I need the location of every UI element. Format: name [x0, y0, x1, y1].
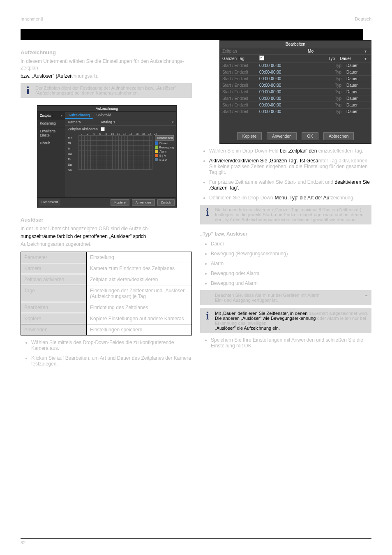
- aufz-side-urlaub[interactable]: Urlaub: [37, 139, 65, 147]
- info-box-3: Beachten Sie, dass Alarm nur bei Geräten…: [200, 290, 371, 305]
- bp-time-row: Start / Endzeit00:00-00:00TypDauer: [220, 76, 371, 82]
- bp-kopiere-button[interactable]: Kopiere: [237, 132, 262, 140]
- bp-time-value[interactable]: 00:00-00:00: [257, 90, 335, 94]
- bp-typ-value-top[interactable]: Dauer: [340, 56, 364, 61]
- right-bullet-4: Definieren Sie im Drop-Down-Menü ‚Typ' d…: [209, 195, 371, 201]
- heading-aufzeichnung: Aufzeichnung: [21, 49, 192, 56]
- chevron-down-icon[interactable]: ▾: [364, 56, 371, 61]
- bp-typ-label: Typ: [335, 63, 346, 68]
- typ-item: Alarm: [211, 261, 371, 266]
- gloss-key: Bearbeiten: [21, 302, 87, 313]
- bp-startend-label: Start / Endzeit: [220, 90, 257, 94]
- chevron-down-icon[interactable]: ▾: [364, 49, 371, 53]
- bp-anwenden-button[interactable]: Anwenden: [267, 132, 297, 140]
- bp-time-row: Start / Endzeit00:00-00:00TypDauer: [220, 82, 371, 89]
- bp-typ-value[interactable]: Dauer: [346, 83, 371, 88]
- aufz-tab-aufzeichnung[interactable]: Aufzeichnung: [65, 112, 93, 119]
- colorline-dark: nungszeiträume farblich der getroffenen …: [21, 234, 146, 239]
- black-band-left: [21, 29, 192, 40]
- aufz-zuruck-button[interactable]: Zurück: [157, 199, 175, 206]
- bp-ok-button[interactable]: OK: [302, 132, 318, 140]
- bp-zeitplan-label: Zeitplan: [220, 49, 257, 53]
- bp-startend-label: Start / Endzeit: [220, 63, 257, 68]
- bp-time-row: Start / Endzeit00:00-00:00TypDauer: [220, 89, 371, 95]
- bearbeiten-panel: Bearbeiten Zeitplan Mo ▾ Ganzen Tag Typ …: [219, 40, 371, 144]
- right-bullet-2: Aktivieren/deaktivieren Sie ‚Ganzen Tag'…: [209, 158, 371, 175]
- bp-time-value[interactable]: 00:00-00:00: [257, 70, 335, 74]
- bp-abbrechen-button[interactable]: Abbrechen: [323, 132, 354, 140]
- bp-time-row: Start / Endzeit00:00-00:00TypDauer: [220, 95, 371, 102]
- bp-typ-label: Typ: [335, 109, 346, 114]
- aufz-sidebar: Zeitplan▸ Kodierung Erweiterte Einste...…: [37, 112, 65, 197]
- bp-time-row: Start / Endzeit00:00-00:00TypDauer: [220, 69, 371, 76]
- bp-time-value[interactable]: 00:00-00:00: [257, 83, 335, 88]
- gloss-key: Anwenden: [21, 324, 87, 335]
- bp-startend-label: Start / Endzeit: [220, 83, 257, 88]
- bp-typ-label: Typ: [335, 90, 346, 94]
- glossary-table: ParameterEinstellungKameraKamera zum Ein…: [21, 252, 192, 335]
- bp-typ-value[interactable]: Dauer: [346, 90, 371, 94]
- bp-typ-value[interactable]: Dauer: [346, 63, 371, 68]
- trigger-text-dark: bzw. „Auslöser" (Aufzei: [21, 73, 71, 79]
- left-bullet: Klicken Sie auf Bearbeiten, um Art und D…: [31, 355, 192, 367]
- left-bullet: Wählen Sie mittels des Drop-Down-Feldes …: [31, 340, 192, 351]
- bp-typ-label: Typ: [335, 96, 346, 101]
- bp-typ-label: Typ: [335, 70, 346, 74]
- aufz-anwenden-button[interactable]: Anwenden: [132, 199, 155, 206]
- bp-typ-label: Typ: [335, 103, 346, 107]
- aufz-side-zeitplan[interactable]: Zeitplan▸: [37, 112, 65, 120]
- aufz-side-kodierung[interactable]: Kodierung: [37, 120, 65, 127]
- aufz-side-erweitert[interactable]: Erweiterte Einste...: [37, 127, 65, 139]
- aufzeichnung-panel: Aufzeichnung Zeitplan▸ Kodierung Erweite…: [37, 105, 177, 208]
- gloss-val: Einstellung: [87, 252, 192, 263]
- info-icon: i: [200, 205, 215, 224]
- bp-weekday[interactable]: Mo: [257, 49, 364, 53]
- aufz-edit-button[interactable]: Bearbeiten: [155, 135, 174, 141]
- bp-typ-value[interactable]: Dauer: [346, 109, 371, 114]
- dash-dark: –: [365, 293, 367, 298]
- colorline-after: Aufzeichnungsarten zugeordnet.: [21, 241, 192, 247]
- info-icon: i: [21, 83, 35, 98]
- black-band-right: [192, 29, 363, 40]
- gloss-val: Kopiere Einstellungen auf andere Kameras: [87, 313, 192, 324]
- bp-time-value[interactable]: 00:00-00:00: [257, 109, 335, 114]
- chevron-down-icon[interactable]: ▾: [172, 120, 174, 124]
- left-bullets: Wählen Sie mittels des Drop-Down-Feldes …: [21, 340, 192, 367]
- trigger-text-faint: chnungsart).: [71, 73, 99, 79]
- aufz-kamera-value[interactable]: Analog 1: [101, 120, 172, 124]
- typ-item: Bewegung oder Alarm: [211, 271, 371, 276]
- bp-time-row: Start / Endzeit00:00-00:00TypDauer: [220, 62, 371, 69]
- gloss-val: Kamera zum Einrichten des Zeitplanes: [87, 263, 192, 274]
- bp-time-value[interactable]: 00:00-00:00: [257, 63, 335, 68]
- bp-typ-value[interactable]: Dauer: [346, 103, 371, 107]
- gloss-key: Zeitplan aktivieren: [21, 274, 87, 285]
- typ-list: DauerBewegung (Bewegungserkennung)AlarmB…: [200, 241, 371, 286]
- bp-startend-label: Start / Endzeit: [220, 76, 257, 81]
- gloss-key: Kopiere: [21, 313, 87, 324]
- bp-typ-value[interactable]: Dauer: [346, 70, 371, 74]
- bp-startend-label: Start / Endzeit: [220, 70, 257, 74]
- typ-item: Bewegung und Alarm: [211, 280, 371, 286]
- bp-typ-label-top: Typ: [328, 56, 340, 61]
- gloss-val: Einrichtung des Zeitplanes: [87, 302, 192, 313]
- aufz-kopiere-button[interactable]: Kopiere: [111, 199, 129, 206]
- gloss-val: Einstellungen der Zeitfenster und „Auslö…: [87, 285, 192, 302]
- bp-time-row: Start / Endzeit00:00-00:00TypDauer: [220, 109, 371, 115]
- aufz-tab-sofortbild[interactable]: Sofortbild: [93, 112, 115, 119]
- bp-typ-value[interactable]: Dauer: [346, 96, 371, 101]
- aufz-activate-checkbox[interactable]: [101, 127, 105, 131]
- gloss-key: Tage: [21, 285, 87, 302]
- chevron-right-icon: ▸: [61, 113, 63, 118]
- bp-time-value[interactable]: 00:00-00:00: [257, 76, 335, 81]
- bp-startend-label: Start / Endzeit: [220, 96, 257, 101]
- bp-typ-value[interactable]: Dauer: [346, 76, 371, 81]
- bp-ganztag-checkbox[interactable]: [259, 56, 264, 60]
- intro-text: In diesem Untermenü wählen Sie die Einst…: [21, 58, 192, 71]
- bp-typ-label: Typ: [335, 76, 346, 81]
- aufz-live-button[interactable]: Liveansicht: [39, 199, 60, 206]
- header-rule: Innenmenü Deutsch: [21, 16, 371, 22]
- bp-time-value[interactable]: 00:00-00:00: [257, 103, 335, 107]
- info-icon: [200, 290, 215, 305]
- aufz-kamera-label: Kamera: [68, 120, 101, 124]
- bp-time-value[interactable]: 00:00-00:00: [257, 96, 335, 101]
